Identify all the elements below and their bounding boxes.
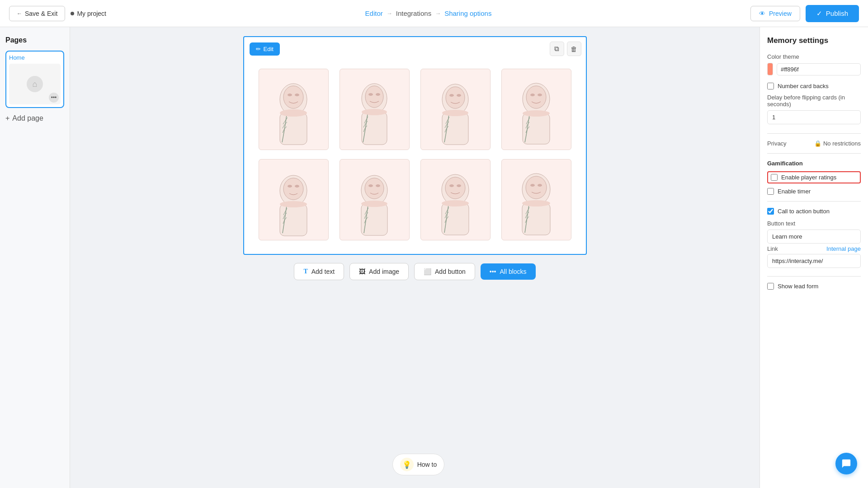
add-page-button[interactable]: + Add page [5,113,64,124]
how-to-button[interactable]: 💡 How to [392,454,445,475]
edit-button[interactable]: ✏ Edit [250,42,280,56]
svg-point-38 [449,184,454,187]
preview-button[interactable]: 👁 Preview [750,6,800,21]
page-more-icon[interactable]: ••• [49,93,59,103]
home-page-thumb[interactable]: Home ⌂ ••• [5,51,64,108]
cta-section: Button text Link Internal page [767,220,861,270]
topbar: Save & Exit My project Editor → Integrat… [0,0,868,27]
svg-point-47 [522,200,550,206]
color-swatch[interactable] [767,63,773,75]
color-theme-label: Color theme [767,53,861,60]
card-face [340,69,410,150]
chat-bubble[interactable] [835,453,857,474]
button-text-label: Button text [767,220,861,227]
card-face [340,159,410,240]
card-item[interactable] [496,64,577,155]
copy-button[interactable]: ⧉ [550,42,564,56]
card-item[interactable] [496,155,577,245]
svg-point-21 [538,94,542,96]
link-type[interactable]: Internal page [826,245,861,252]
svg-point-45 [538,184,542,187]
delay-label: Delay before flipping cards (in seconds) [767,94,861,108]
add-page-label: Add page [12,114,43,122]
topbar-left: Save & Exit My project [9,6,106,21]
color-input[interactable] [777,63,861,75]
canvas-wrapper: ✏ Edit ⧉ 🗑 [243,36,587,255]
cta-label: Call to action button [778,208,830,215]
plus-icon: + [5,114,9,122]
link-row: Link Internal page [767,245,861,252]
svg-point-9 [376,93,380,96]
cta-checkbox[interactable] [767,208,774,215]
card-item[interactable] [415,64,496,155]
all-blocks-label: All blocks [500,268,526,275]
add-image-icon: 🖼 [359,268,365,275]
home-page-label: Home [9,54,61,61]
card-item[interactable] [253,155,334,245]
add-text-button[interactable]: T Add text [294,263,344,280]
card-item[interactable] [334,155,415,245]
all-blocks-button[interactable]: ••• All blocks [481,263,536,280]
how-to-label: How to [417,461,437,468]
card-item[interactable] [253,64,334,155]
lightbulb-icon: 💡 [400,458,414,471]
show-lead-form-row: Show lead form [767,283,861,290]
link-url-input[interactable] [767,254,861,268]
add-image-button[interactable]: 🖼 Add image [349,263,409,280]
divider-1 [767,133,861,134]
divider-3 [767,201,861,202]
link-label: Link [767,245,778,252]
divider-4 [767,276,861,277]
add-button-label: Add button [435,268,466,275]
privacy-row: Privacy 🔒 No restrictions [767,140,861,147]
svg-point-3 [295,94,299,96]
main-layout: Feedback Pages Home ⌂ ••• + Add page ✏ E… [0,27,868,488]
svg-rect-28 [280,204,307,236]
delay-section: Delay before flipping cards (in seconds) [767,94,861,126]
number-card-backs-row: Number card backs [767,83,861,89]
pencil-icon: ✏ [256,46,261,52]
number-card-backs-label: Number card backs [778,83,829,89]
enable-timer-checkbox[interactable] [767,188,774,195]
svg-point-35 [361,201,387,207]
svg-rect-16 [442,113,468,145]
add-text-icon: T [303,268,307,275]
svg-point-17 [442,110,468,116]
nav-sharing-options[interactable]: Sharing options [444,9,491,17]
svg-point-15 [457,94,461,97]
card-face [501,69,571,150]
check-icon: ✓ [816,9,822,18]
enable-timer-label: Enable timer [778,188,811,195]
add-image-label: Add image [369,268,399,275]
number-card-backs-checkbox[interactable] [767,83,774,89]
nav-editor[interactable]: Editor [365,9,383,17]
preview-label: Preview [769,10,792,17]
publish-label: Publish [826,9,848,17]
nav-arrow-1: → [387,10,392,17]
delay-input[interactable] [767,110,861,124]
card-item[interactable] [334,64,415,155]
canvas-actions: ⧉ 🗑 [550,42,581,56]
privacy-value-text: No restrictions [823,140,861,147]
save-exit-button[interactable]: Save & Exit [9,6,65,21]
nav-integrations[interactable]: Integrations [396,9,431,17]
svg-point-8 [368,93,373,96]
delete-button[interactable]: 🗑 [567,42,581,56]
privacy-value[interactable]: 🔒 No restrictions [814,140,861,147]
button-text-input[interactable] [767,230,861,244]
enable-timer-row: Enable timer [767,188,861,195]
svg-point-37 [445,177,465,199]
privacy-label: Privacy [767,140,787,147]
topbar-right: 👁 Preview ✓ Publish [750,5,859,22]
publish-button[interactable]: ✓ Publish [806,5,859,22]
add-button-button[interactable]: ⬜ Add button [414,263,475,280]
show-lead-form-label: Show lead form [778,283,818,290]
enable-player-ratings-checkbox[interactable] [771,174,778,181]
add-button-icon: ⬜ [424,268,431,275]
lock-icon: 🔒 [814,140,821,147]
enable-player-ratings-label: Enable player ratings [781,174,836,181]
eye-icon: 👁 [759,10,765,17]
show-lead-form-checkbox[interactable] [767,283,774,290]
card-item[interactable] [415,155,496,245]
svg-point-33 [376,184,380,187]
